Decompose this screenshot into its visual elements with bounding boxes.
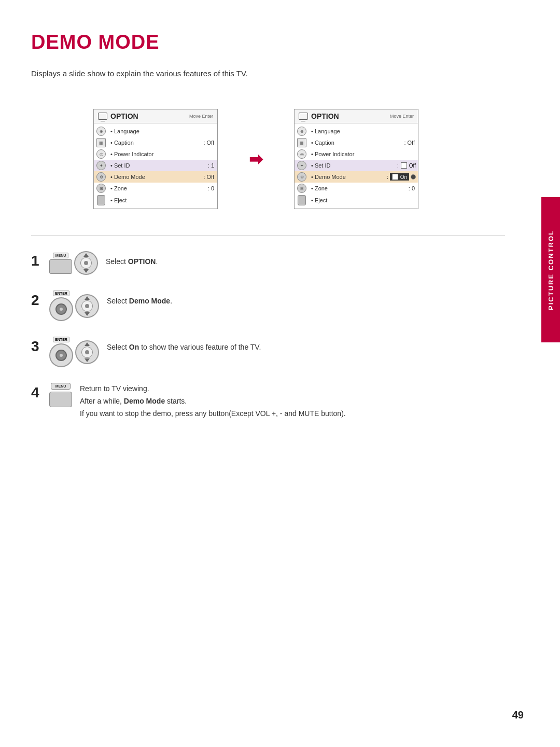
menu-header-right: OPTION Move Enter bbox=[295, 109, 418, 123]
zone-value-left: : 0 bbox=[208, 185, 217, 191]
menu-btn-body-4 bbox=[49, 392, 72, 407]
dpad-inner-1 bbox=[80, 257, 92, 269]
dpad-3 bbox=[75, 340, 99, 364]
menu-row-language-right: ⊕ • Language bbox=[295, 126, 418, 137]
zone-icon-left: ⊞ bbox=[96, 184, 106, 193]
enter-button-3: ENTER bbox=[49, 337, 73, 367]
page-description: Displays a slide show to explain the var… bbox=[31, 69, 505, 78]
step-1-text: Select OPTION. bbox=[106, 251, 158, 267]
enter-btn-label-3: ENTER bbox=[53, 337, 69, 342]
step-1: 1 MENU Select OPTION. bbox=[31, 251, 505, 275]
step-3-number: 3 bbox=[31, 339, 41, 354]
dpad-2 bbox=[75, 294, 99, 318]
page-number: 49 bbox=[512, 709, 524, 721]
menu-title-left: OPTION bbox=[110, 112, 138, 120]
menu-row-zone-left: ⊞ • Zone : 0 bbox=[94, 183, 217, 194]
enter-dot-3 bbox=[60, 354, 63, 357]
menu-items-right: ⊕ • Language ▦ • Caption : Off bbox=[295, 123, 418, 209]
step-3-text: Select On to show the various feature of… bbox=[107, 337, 261, 353]
zone-label-right: • Zone bbox=[311, 185, 328, 191]
step-1-buttons: MENU bbox=[49, 251, 98, 275]
dpad-up-arrow-3 bbox=[85, 342, 90, 346]
eject-icon-left bbox=[97, 195, 105, 205]
demo-value-left: : Off bbox=[203, 174, 217, 180]
demo-suboption-right: : On bbox=[387, 173, 418, 181]
step-2-bold: Demo Mode bbox=[129, 297, 170, 305]
menu-row-setid-left: ✦ • Set ID : 1 bbox=[94, 160, 217, 171]
demo-radio-selected bbox=[411, 174, 416, 179]
menu-button-4: MENU bbox=[49, 383, 72, 407]
menu-items-left: ⊕ • Language ▦ • Caption : Off bbox=[94, 123, 217, 209]
language-label-right: • Language bbox=[311, 128, 340, 134]
zone-icon-right: ⊞ bbox=[297, 184, 306, 193]
dpad-inner-3 bbox=[81, 347, 93, 358]
dpad-inner-2 bbox=[81, 300, 93, 312]
step-3-bold: On bbox=[129, 343, 139, 351]
tv-icon-left bbox=[98, 113, 107, 120]
menu-row-language-left: ⊕ • Language bbox=[94, 126, 217, 137]
step-1-number: 1 bbox=[31, 254, 41, 268]
step-3: 3 ENTER bbox=[31, 337, 505, 367]
menu-row-setid-right: ✦ • Set ID : Off bbox=[295, 160, 418, 171]
setid-label-left: • Set ID bbox=[110, 162, 130, 169]
enter-circle-2 bbox=[49, 297, 73, 321]
menu-header-right-inner: OPTION bbox=[299, 112, 339, 120]
caption-icon-left: ▦ bbox=[96, 138, 106, 147]
globe-icon-left: ⊕ bbox=[96, 127, 106, 136]
menu-box-right: OPTION Move Enter ⊕ • Language bbox=[294, 109, 418, 209]
main-content: DEMO MODE Displays a slide show to expla… bbox=[0, 0, 541, 472]
step-4: 4 MENU Return to TV viewing. After a whi… bbox=[31, 383, 505, 420]
menu-btn-label-1: MENU bbox=[53, 253, 68, 258]
step-4-bold-1: Demo Mode bbox=[124, 397, 165, 405]
section-divider bbox=[31, 235, 505, 236]
menu-box-left: OPTION Move Enter ⊕ • Language bbox=[93, 109, 218, 209]
dpad-up-arrow-1 bbox=[83, 253, 89, 257]
enter-dot-2 bbox=[60, 308, 63, 311]
demo-label-left: • Demo Mode bbox=[110, 174, 145, 180]
step-4-wrap: MENU Return to TV viewing. After a while… bbox=[49, 383, 346, 420]
demo-on-option: On bbox=[390, 173, 409, 181]
menu-row-demo-left: ⚙ • Demo Mode : Off bbox=[94, 171, 217, 183]
enter-button-2: ENTER bbox=[49, 290, 73, 321]
eject-icon-right bbox=[298, 195, 306, 205]
forward-arrow: ➡ bbox=[249, 149, 263, 169]
diagrams-area: OPTION Move Enter ⊕ • Language bbox=[31, 109, 505, 209]
caption-value-right: : Off bbox=[404, 140, 418, 146]
zone-value-right: : 0 bbox=[409, 185, 418, 191]
step-2-buttons: ENTER bbox=[49, 290, 99, 321]
enter-inner-2 bbox=[55, 303, 67, 315]
enter-inner-3 bbox=[55, 350, 67, 361]
language-label-left: • Language bbox=[110, 128, 139, 134]
menu-row-power-right: ◎ • Power Indicator bbox=[295, 148, 418, 160]
menu-header-left: OPTION Move Enter bbox=[94, 109, 217, 123]
dpad-dot-2 bbox=[85, 304, 89, 308]
caption-label-left: • Caption bbox=[110, 140, 134, 146]
dpad-dot-1 bbox=[84, 261, 88, 265]
power-icon-left: ◎ bbox=[96, 149, 106, 159]
caption-label-right: • Caption bbox=[311, 140, 334, 146]
demo-icon-left: ⚙ bbox=[96, 172, 106, 182]
demo-icon-right: ⚙ bbox=[297, 172, 306, 182]
caption-value-left: : Off bbox=[203, 140, 217, 146]
menu-button-1: MENU bbox=[49, 253, 72, 274]
menu-btn-label-4: MENU bbox=[51, 383, 71, 390]
tv-icon-right bbox=[299, 113, 308, 120]
dpad-1 bbox=[74, 251, 98, 275]
setid-icon-right: ✦ bbox=[297, 161, 306, 170]
power-icon-right: ◎ bbox=[297, 149, 306, 159]
setid-value-left: : 1 bbox=[208, 162, 217, 169]
setid-icon-left: ✦ bbox=[96, 161, 106, 170]
menu-row-demo-right: ⚙ • Demo Mode : On bbox=[295, 171, 418, 183]
dpad-down-arrow-3 bbox=[85, 358, 90, 362]
globe-icon-right: ⊕ bbox=[297, 127, 306, 136]
menu-btn-body-1 bbox=[49, 259, 72, 274]
menu-row-caption-left: ▦ • Caption : Off bbox=[94, 137, 217, 148]
step-2-number: 2 bbox=[31, 293, 41, 308]
step-2-text: Select Demo Mode. bbox=[107, 290, 172, 307]
menu-row-eject-right: • Eject bbox=[295, 194, 418, 206]
dpad-up-arrow-2 bbox=[85, 296, 90, 300]
side-tab-label: PICTURE CONTROL bbox=[547, 230, 555, 310]
power-label-left: • Power Indicator bbox=[110, 151, 153, 157]
page-title: DEMO MODE bbox=[31, 31, 505, 53]
step-4-text: Return to TV viewing. After a while, Dem… bbox=[80, 383, 346, 420]
